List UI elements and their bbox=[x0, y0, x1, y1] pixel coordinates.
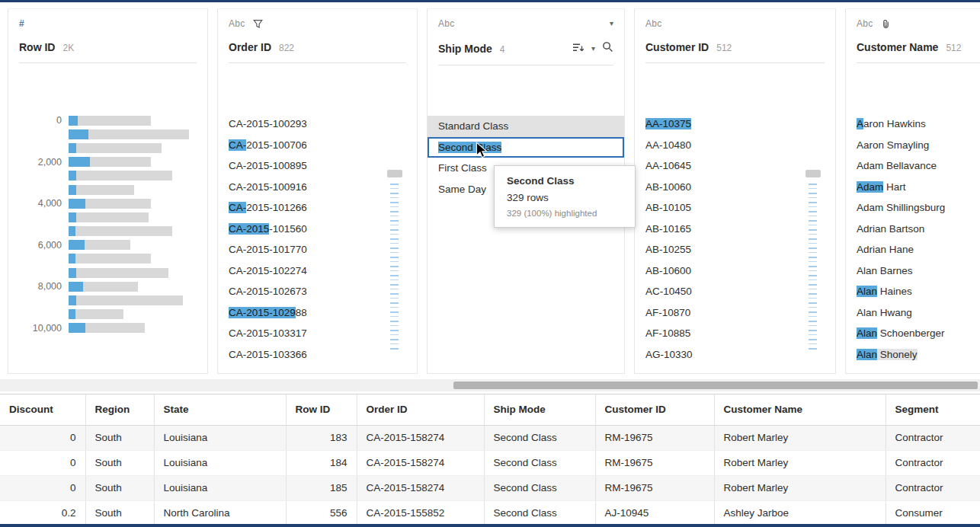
grid-cell[interactable]: Robert Marley bbox=[714, 425, 886, 450]
grid-cell[interactable]: 0 bbox=[0, 425, 85, 450]
value-row[interactable]: Alan Haines bbox=[846, 281, 980, 302]
order-id-minimap[interactable] bbox=[386, 170, 403, 353]
horizontal-scrollbar[interactable] bbox=[0, 379, 980, 391]
histogram-bar[interactable] bbox=[69, 226, 200, 236]
histogram-bar[interactable] bbox=[69, 212, 200, 222]
value-row[interactable]: AA-10375 bbox=[635, 113, 835, 135]
value-row[interactable]: Alan Hwang bbox=[846, 302, 980, 324]
value-row[interactable]: Adam Shillingsburg bbox=[846, 197, 980, 219]
grid-cell[interactable]: 185 bbox=[286, 475, 357, 500]
column-header-state[interactable]: State bbox=[154, 394, 286, 425]
value-row[interactable]: Standard Class bbox=[428, 116, 624, 137]
minimap-scroll-thumb[interactable] bbox=[387, 170, 402, 177]
grid-cell[interactable]: Louisiana bbox=[154, 450, 286, 475]
sort-icon[interactable] bbox=[572, 42, 584, 56]
search-icon[interactable] bbox=[602, 41, 613, 56]
grid-cell[interactable]: South bbox=[85, 425, 154, 450]
histogram-bar[interactable] bbox=[69, 254, 200, 264]
filter-icon[interactable] bbox=[253, 19, 263, 29]
value-row[interactable]: CA-2015-100293 bbox=[218, 113, 417, 135]
grid-cell[interactable]: 556 bbox=[286, 500, 357, 525]
window-top-border bbox=[0, 0, 980, 2]
column-header-customer-name[interactable]: Customer Name bbox=[714, 394, 886, 425]
card-menu-caret-icon[interactable]: ▾ bbox=[610, 20, 613, 27]
grid-cell[interactable]: Louisiana bbox=[154, 425, 286, 450]
grid-cell[interactable]: Consumer bbox=[886, 500, 980, 525]
grid-cell[interactable]: AJ-10945 bbox=[595, 500, 714, 525]
value-row[interactable]: Alan Shonely bbox=[846, 344, 980, 366]
grid-cell[interactable]: Contractor bbox=[886, 450, 980, 475]
grid-cell[interactable]: South bbox=[85, 450, 154, 475]
grid-cell[interactable]: South bbox=[85, 475, 154, 500]
minimap-scroll-thumb[interactable] bbox=[805, 170, 821, 177]
value-row[interactable]: AA-10480 bbox=[635, 135, 835, 156]
field-name[interactable]: Customer ID bbox=[645, 41, 709, 53]
field-name[interactable]: Customer Name bbox=[857, 41, 938, 53]
histogram-bar[interactable] bbox=[69, 157, 200, 167]
tooltip-highlight-note: 329 (100%) highlighted bbox=[507, 209, 623, 218]
customer-id-minimap[interactable] bbox=[805, 170, 821, 353]
histogram-bar[interactable] bbox=[69, 282, 200, 292]
grid-cell[interactable]: 184 bbox=[286, 450, 357, 475]
value-row[interactable]: Adam Bellavance bbox=[846, 155, 980, 177]
horizontal-scrollbar-thumb[interactable] bbox=[453, 382, 978, 389]
histogram-bar[interactable] bbox=[69, 171, 200, 180]
grid-cell[interactable]: Second Class bbox=[484, 475, 595, 500]
histogram-bar[interactable] bbox=[69, 323, 200, 333]
column-header-ship-mode[interactable]: Ship Mode bbox=[484, 394, 595, 425]
column-header-discount[interactable]: Discount bbox=[0, 394, 85, 425]
grid-cell[interactable]: Second Class bbox=[484, 450, 595, 475]
grid-cell[interactable]: CA-2015-158274 bbox=[357, 425, 484, 450]
histogram-bar[interactable] bbox=[69, 129, 200, 139]
grid-cell[interactable]: 0 bbox=[0, 475, 85, 500]
field-name[interactable]: Ship Mode bbox=[438, 43, 492, 55]
value-row[interactable]: Adrian Bartson bbox=[846, 219, 980, 240]
grid-cell[interactable]: Ashley Jarboe bbox=[714, 500, 886, 525]
value-row[interactable]: Alan Schoenberger bbox=[846, 323, 980, 344]
string-type-icon: Abc bbox=[857, 18, 873, 29]
grid-cell[interactable]: Contractor bbox=[886, 425, 980, 450]
histogram-bar[interactable] bbox=[69, 240, 200, 250]
histogram-bar[interactable] bbox=[69, 295, 200, 305]
grid-cell[interactable]: South bbox=[85, 500, 154, 525]
column-header-row-id[interactable]: Row ID bbox=[286, 394, 357, 425]
grid-cell[interactable]: CA-2015-158274 bbox=[357, 475, 484, 500]
column-header-customer-id[interactable]: Customer ID bbox=[595, 394, 714, 425]
value-row[interactable]: Aaron Smayling bbox=[846, 135, 980, 156]
field-name[interactable]: Order ID bbox=[229, 41, 271, 53]
column-header-order-id[interactable]: Order ID bbox=[357, 394, 484, 425]
value-row[interactable]: Adam Hart bbox=[846, 177, 980, 198]
column-header-region[interactable]: Region bbox=[85, 394, 154, 425]
grid-cell[interactable]: CA-2015-155852 bbox=[357, 500, 484, 525]
value-row[interactable]: Aaron Hawkins bbox=[846, 113, 980, 135]
value-row[interactable]: Second Class bbox=[428, 137, 624, 158]
histogram-bar[interactable] bbox=[69, 116, 200, 126]
grid-cell[interactable]: Robert Marley bbox=[714, 475, 886, 500]
histogram-bar[interactable] bbox=[69, 268, 200, 278]
value-row[interactable]: Adrian Hane bbox=[846, 239, 980, 260]
grid-cell[interactable]: 183 bbox=[286, 425, 357, 450]
grid-cell[interactable]: CA-2015-158274 bbox=[357, 450, 484, 475]
grid-cell[interactable]: 0.2 bbox=[0, 500, 85, 525]
grid-cell[interactable]: Second Class bbox=[484, 425, 595, 450]
grid-cell[interactable]: North Carolina bbox=[154, 500, 286, 525]
paperclip-icon[interactable] bbox=[881, 18, 891, 30]
grid-cell[interactable]: Robert Marley bbox=[714, 450, 886, 475]
grid-cell[interactable]: RM-19675 bbox=[595, 425, 714, 450]
grid-cell[interactable]: Contractor bbox=[886, 475, 980, 500]
grid-cell[interactable]: Louisiana bbox=[154, 475, 286, 500]
grid-cell[interactable]: Second Class bbox=[484, 500, 595, 525]
field-name[interactable]: Row ID bbox=[19, 41, 55, 53]
sort-caret-icon[interactable]: ▾ bbox=[591, 45, 595, 53]
column-header-segment[interactable]: Segment bbox=[886, 394, 980, 425]
histogram-bar[interactable] bbox=[69, 143, 200, 153]
bar-highlighted bbox=[69, 309, 75, 319]
histogram-bar[interactable] bbox=[69, 185, 200, 195]
histogram-bar[interactable] bbox=[69, 199, 200, 209]
grid-cell[interactable]: RM-19675 bbox=[595, 450, 714, 475]
grid-cell[interactable]: 0 bbox=[0, 450, 85, 475]
value-row[interactable]: CA-2015-100706 bbox=[218, 135, 417, 156]
histogram-bar[interactable] bbox=[69, 309, 200, 319]
value-row[interactable]: Alan Barnes bbox=[846, 260, 980, 282]
grid-cell[interactable]: RM-19675 bbox=[595, 475, 714, 500]
